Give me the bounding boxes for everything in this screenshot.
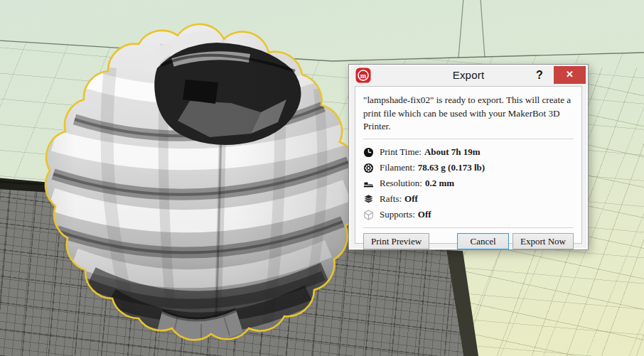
filament-spool-icon bbox=[363, 163, 374, 173]
detail-row-rafts: Rafts: Off bbox=[363, 191, 574, 207]
export-now-button[interactable]: Export Now bbox=[512, 233, 574, 249]
close-icon: ✕ bbox=[566, 69, 574, 80]
detail-label: Supports: bbox=[380, 209, 415, 220]
viewport-3d[interactable]: m Export ? ✕ "lampshade-fix02" is ready … bbox=[0, 0, 644, 356]
export-summary-text: "lampshade-fix02" is ready to export. Th… bbox=[363, 94, 574, 134]
detail-row-filament: Filament: 78.63 g (0.173 lb) bbox=[363, 160, 574, 176]
dialog-content-panel: "lampshade-fix02" is ready to export. Th… bbox=[355, 86, 582, 244]
rafts-icon bbox=[363, 194, 374, 205]
detail-value: 0.2 mm bbox=[425, 178, 454, 189]
dialog-titlebar[interactable]: m Export ? ✕ bbox=[349, 65, 588, 86]
model-lampshade[interactable] bbox=[28, 21, 363, 348]
supports-icon bbox=[363, 210, 374, 220]
detail-row-print-time: Print Time: About 7h 19m bbox=[363, 144, 574, 160]
detail-label: Print Time: bbox=[380, 146, 422, 158]
close-button[interactable]: ✕ bbox=[554, 66, 586, 84]
help-button[interactable]: ? bbox=[532, 66, 547, 84]
export-dialog: m Export ? ✕ "lampshade-fix02" is ready … bbox=[348, 64, 589, 250]
detail-value: Off bbox=[418, 209, 431, 220]
dialog-button-row: Print Preview Cancel Export Now bbox=[363, 233, 574, 249]
detail-value: 78.63 g (0.173 lb) bbox=[418, 162, 485, 173]
detail-row-resolution: Resolution: 0.2 mm bbox=[363, 176, 574, 191]
dialog-title: Export bbox=[349, 65, 588, 86]
detail-label: Filament: bbox=[380, 162, 415, 173]
detail-label: Rafts: bbox=[380, 193, 402, 205]
clock-icon bbox=[363, 147, 374, 158]
horizon-lines bbox=[0, 0, 644, 61]
separator bbox=[363, 227, 574, 228]
detail-value: About 7h 19m bbox=[424, 146, 481, 158]
detail-row-supports: Supports: Off bbox=[363, 207, 574, 222]
resolution-layer-icon bbox=[363, 178, 374, 189]
print-preview-button[interactable]: Print Preview bbox=[363, 233, 429, 249]
separator bbox=[363, 139, 574, 139]
detail-value: Off bbox=[404, 193, 418, 205]
cancel-button[interactable]: Cancel bbox=[457, 233, 509, 249]
detail-label: Resolution: bbox=[380, 178, 422, 189]
